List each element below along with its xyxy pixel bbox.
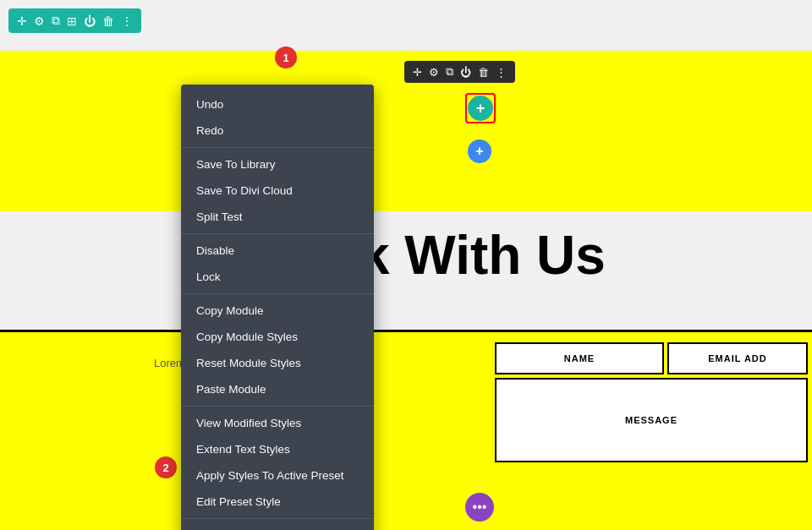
menu-divider-5 — [181, 518, 374, 519]
context-menu: Undo Redo Save To Library Save To Divi C… — [181, 85, 374, 530]
menu-item-go-to-layer[interactable]: Go To Layer — [181, 522, 374, 530]
menu-item-reset-module-styles[interactable]: Reset Module Styles — [181, 350, 374, 376]
dots-icon: ••• — [473, 500, 487, 515]
menu-divider-3 — [181, 293, 374, 294]
menu-item-apply-styles-preset[interactable]: Apply Styles To Active Preset — [181, 462, 374, 489]
menu-item-save-divi-cloud[interactable]: Save To Divi Cloud — [181, 178, 374, 204]
module-move-icon[interactable]: ✛ — [413, 66, 422, 79]
badge-1: 1 — [275, 46, 297, 68]
add-section-button[interactable]: + — [468, 139, 491, 163]
trash-icon[interactable]: 🗑 — [102, 14, 114, 28]
module-settings-icon[interactable]: ⚙ — [429, 66, 439, 79]
form-row-1: NAME EMAIL ADD — [495, 342, 808, 374]
module-power-icon[interactable]: ⏻ — [460, 66, 471, 79]
email-label: EMAIL ADD — [708, 353, 767, 363]
menu-item-disable[interactable]: Disable — [181, 238, 374, 264]
email-field[interactable]: EMAIL ADD — [667, 342, 808, 374]
menu-item-lock[interactable]: Lock — [181, 264, 374, 290]
settings-icon[interactable]: ⚙ — [34, 14, 45, 28]
menu-divider-4 — [181, 406, 374, 407]
power-icon[interactable]: ⏻ — [84, 14, 96, 28]
module-trash-icon[interactable]: 🗑 — [478, 66, 489, 79]
module-copy-icon[interactable]: ⧉ — [446, 65, 453, 79]
menu-item-split-test[interactable]: Split Test — [181, 204, 374, 230]
menu-item-view-modified-styles[interactable]: View Modified Styles — [181, 410, 374, 436]
message-label: MESSAGE — [625, 415, 678, 425]
grid-icon[interactable]: ⊞ — [67, 14, 77, 28]
menu-item-edit-preset-style[interactable]: Edit Preset Style — [181, 489, 374, 515]
menu-item-copy-module[interactable]: Copy Module — [181, 298, 374, 324]
menu-item-undo[interactable]: Undo — [181, 91, 374, 117]
menu-divider-2 — [181, 233, 374, 234]
more-icon[interactable]: ⋮ — [121, 14, 133, 28]
menu-item-save-library[interactable]: Save To Library — [181, 151, 374, 178]
name-field[interactable]: NAME — [495, 342, 664, 374]
top-toolbar: ✛ ⚙ ⧉ ⊞ ⏻ 🗑 ⋮ — [8, 8, 141, 33]
module-toolbar: ✛ ⚙ ⧉ ⏻ 🗑 ⋮ — [404, 61, 515, 83]
menu-item-extend-text-styles[interactable]: Extend Text Styles — [181, 436, 374, 462]
menu-item-copy-module-styles[interactable]: Copy Module Styles — [181, 324, 374, 350]
copy-icon[interactable]: ⧉ — [52, 14, 60, 28]
badge-2: 2 — [155, 456, 177, 478]
plus-red-border: + — [465, 93, 496, 123]
message-field[interactable]: MESSAGE — [495, 378, 808, 462]
menu-divider-1 — [181, 147, 374, 148]
module-more-icon[interactable]: ⋮ — [496, 66, 507, 79]
hero-heading: rk With Us — [338, 224, 606, 287]
menu-item-paste-module[interactable]: Paste Module — [181, 376, 374, 402]
add-module-button[interactable]: + — [468, 96, 493, 121]
contact-form: NAME EMAIL ADD MESSAGE — [491, 338, 812, 470]
purple-dots-button[interactable]: ••• — [465, 493, 494, 522]
form-row-2: MESSAGE — [495, 378, 808, 462]
menu-item-redo[interactable]: Redo — [181, 117, 374, 144]
name-label: NAME — [564, 353, 595, 363]
move-icon[interactable]: ✛ — [17, 14, 27, 28]
